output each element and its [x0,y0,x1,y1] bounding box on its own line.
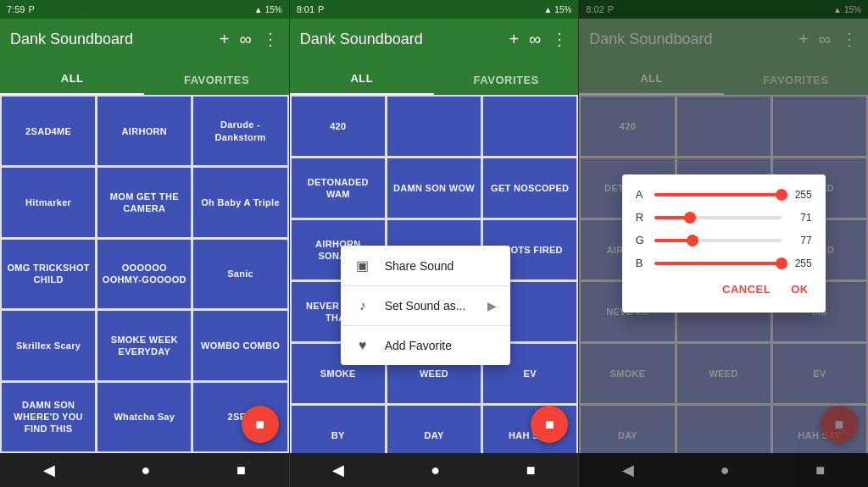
add-icon-1[interactable]: + [220,30,230,49]
app-title-1: Dank Soundboard [10,30,220,48]
sound-damn-son[interactable]: DAMN SON WHERE'D YOU FIND THIS [2,383,95,451]
sound-hitmarker[interactable]: Hitmarker [2,168,95,236]
slider-thumb-g[interactable] [687,235,698,246]
app-bar-icons-1: + ∞ ⋮ [220,29,279,49]
slider-label-g: G [636,234,648,246]
sound-2sad4me[interactable]: 2SAD4ME [2,97,95,165]
battery-1: 15% [265,5,282,14]
share-icon: ▣ [354,257,371,274]
slider-value-g: 77 [788,235,812,246]
context-set-sound[interactable]: ♪ Set Sound as... ▶ [341,286,510,325]
time-1: 7:59 [7,4,25,14]
context-add-favorite[interactable]: ♥ Add Favorite [341,326,510,365]
panel-1: 7:59 P ▲ 15% Dank Soundboard + ∞ ⋮ ALL F… [0,0,289,487]
slider-label-b: B [636,257,648,269]
home-icon-1[interactable]: ● [141,462,150,479]
slider-row-r: R 71 [636,211,812,224]
recents-icon-1[interactable]: ■ [236,462,246,479]
sound-airhorn[interactable]: AIRHORN [97,97,191,165]
sound-grid-1: 2SAD4ME AIRHORN Darude - Dankstorm Hitma… [0,95,289,453]
music-icon: ♪ [354,298,371,313]
context-share[interactable]: ▣ Share Sound [341,246,510,285]
slider-value-r: 71 [788,212,812,224]
sound-darude[interactable]: Darude - Dankstorm [193,97,287,165]
stop-icon-1: ■ [255,416,264,434]
carrier-1: P [28,4,34,14]
color-picker-dialog: A 255 R 71 G [622,174,826,313]
sound-smoke-week[interactable]: SMOKE WEEK EVERYDAY [97,311,191,379]
sound-skrillex[interactable]: Skrillex Scary [2,311,95,379]
slider-track-g[interactable] [654,239,782,242]
slider-fill-b [654,262,782,265]
slider-label-r: R [636,211,648,224]
sound-sanic[interactable]: Sanic [193,240,287,308]
slider-fill-a [654,193,782,196]
slider-track-a[interactable] [654,193,782,196]
ok-button[interactable]: OK [787,279,812,299]
sound-omg-trickshot[interactable]: OMG TRICKSHOT CHILD [2,240,95,308]
more-icon-1[interactable]: ⋮ [262,29,279,49]
fab-stop-1[interactable]: ■ [242,406,279,443]
slider-track-b[interactable] [654,262,782,265]
tab-all-1[interactable]: ALL [0,72,144,95]
sound-whatcha-say[interactable]: Whatcha Say [97,383,191,451]
slider-track-r[interactable] [654,216,782,219]
slider-value-b: 255 [788,257,812,269]
add-favorite-label: Add Favorite [385,339,452,352]
loop-icon-1[interactable]: ∞ [239,30,251,49]
app-bar-1: Dank Soundboard + ∞ ⋮ [0,19,289,59]
heart-icon: ♥ [354,338,371,353]
dialog-overlay: A 255 R 71 G [579,0,868,487]
share-label: Share Sound [385,259,454,273]
back-icon-1[interactable]: ◀ [43,461,55,479]
slider-thumb-b[interactable] [776,257,787,269]
sound-oooooo[interactable]: OOOOOO OOHMY-GOOOOD [97,240,191,308]
nav-bar-1: ◀ ● ■ [0,453,289,487]
arrow-icon: ▶ [487,299,497,313]
tab-bar-1: ALL FAVORITES [0,59,289,95]
dialog-buttons: CANCEL OK [636,279,812,299]
status-bar-1: 7:59 P ▲ 15% [0,0,289,19]
slider-thumb-a[interactable] [776,189,787,201]
slider-thumb-r[interactable] [684,212,696,224]
sound-wombo[interactable]: WOMBO COMBO [193,311,287,379]
sound-mom-camera[interactable]: MOM GET THE CAMERA [97,168,191,236]
set-sound-label: Set Sound as... [385,299,466,313]
panel-3: 8:02 P ▲ 15% Dank Soundboard + ∞ ⋮ ALL F… [579,0,868,487]
slider-row-g: G 77 [636,234,812,246]
status-right-1: ▲ 15% [254,5,282,14]
slider-row-a: A 255 [636,188,812,201]
slider-label-a: A [636,188,648,201]
cancel-button[interactable]: CANCEL [719,279,774,299]
signal-icon-1: ▲ [254,5,263,14]
panel-2: 8:01 P ▲ 15% Dank Soundboard + ∞ ⋮ ALL F… [290,0,579,487]
panel2-overlay: ▣ Share Sound ♪ Set Sound as... ▶ ♥ Add … [290,0,579,487]
status-left-1: 7:59 P [7,4,35,14]
slider-value-a: 255 [788,189,812,201]
slider-row-b: B 255 [636,257,812,269]
tab-favorites-1[interactable]: FAVORITES [144,74,288,95]
sound-oh-baby[interactable]: Oh Baby A Triple [193,168,287,236]
context-menu: ▣ Share Sound ♪ Set Sound as... ▶ ♥ Add … [341,246,510,365]
